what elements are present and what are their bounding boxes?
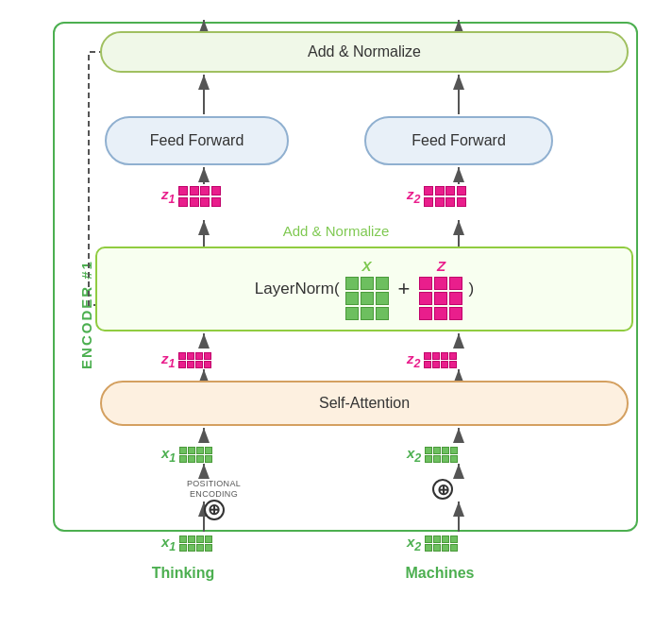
z1-upper-grid — [178, 186, 221, 207]
z1-lower-row: z1 — [161, 350, 211, 370]
z1-lower-label: z1 — [161, 350, 175, 370]
x2-bottom-grid — [425, 536, 458, 552]
machines-label: Machines — [383, 565, 496, 582]
x1-input-label: x1 — [161, 445, 176, 465]
self-attention-label: Self-Attention — [319, 395, 410, 412]
z2-lower-grid — [424, 352, 457, 368]
layernorm-z-grid — [419, 277, 462, 320]
x1-input-grid — [179, 447, 212, 463]
layernorm-text: LayerNorm( — [255, 280, 340, 298]
feed-forward-left-label: Feed Forward — [150, 132, 244, 149]
pos-enc-left-label: POSITIONALENCODING — [187, 479, 241, 500]
x1-bottom-label: x1 — [161, 534, 176, 553]
main-diagram: ENCODER #1 — [25, 12, 647, 617]
z2-upper-row: z2 — [407, 186, 466, 207]
pos-enc-right: ⊕ — [432, 479, 453, 500]
feed-forward-right-label: Feed Forward — [412, 132, 506, 149]
z1-upper-label: z1 — [161, 186, 175, 206]
plus-sign: + — [398, 277, 411, 301]
x2-bottom-row: x2 — [407, 534, 458, 553]
x1-input-row: x1 — [161, 445, 212, 465]
add-normalize-top: Add & Normalize — [100, 31, 629, 73]
x2-input-grid — [425, 447, 458, 463]
add-normalize-inner-label: Add & Normalize — [25, 223, 647, 239]
feed-forward-left: Feed Forward — [105, 116, 289, 165]
z2-upper-grid — [424, 186, 466, 207]
z1-upper-row: z1 — [161, 186, 221, 207]
x2-bottom-label: x2 — [407, 534, 421, 553]
add-normalize-top-label: Add & Normalize — [308, 43, 421, 60]
z1-lower-grid — [178, 352, 211, 368]
z2-lower-row: z2 — [407, 350, 457, 370]
z2-upper-label: z2 — [407, 186, 420, 206]
x2-input-label: x2 — [407, 445, 421, 465]
plus-circle-left: ⊕ — [204, 500, 225, 520]
x2-input-row: x2 — [407, 445, 458, 465]
x1-bottom-grid — [179, 536, 212, 552]
z2-lower-label: z2 — [407, 350, 420, 370]
x1-bottom-row: x1 — [161, 534, 212, 553]
Z-label: Z — [437, 258, 445, 274]
encoder-label: ENCODER #1 — [78, 260, 94, 369]
pos-enc-left: POSITIONALENCODING ⊕ — [187, 479, 241, 520]
layernorm-box: LayerNorm( X + Z ) — [95, 246, 633, 332]
plus-circle-right: ⊕ — [432, 479, 453, 500]
X-label: X — [362, 258, 372, 274]
thinking-label: Thinking — [136, 565, 230, 582]
layernorm-x-grid — [345, 277, 389, 320]
feed-forward-right: Feed Forward — [364, 116, 553, 165]
layernorm-close: ) — [468, 280, 474, 298]
self-attention-box: Self-Attention — [100, 381, 629, 426]
